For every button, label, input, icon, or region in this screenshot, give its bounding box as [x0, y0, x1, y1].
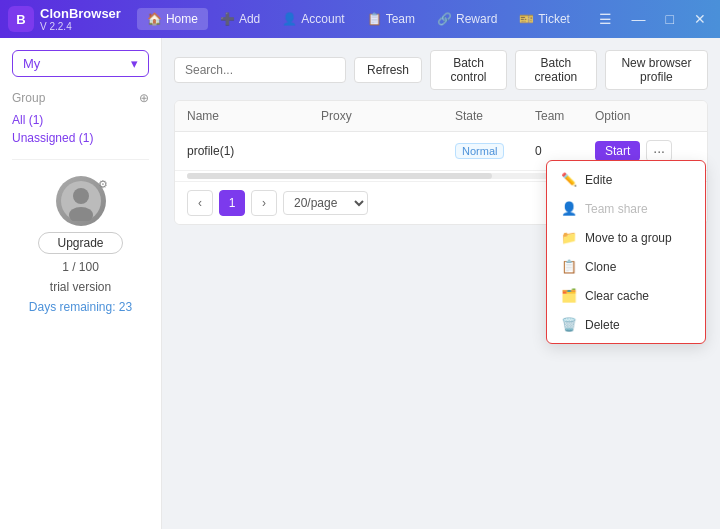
nav-reward[interactable]: 🔗 Reward [427, 8, 507, 30]
menu-label-clear-cache: Clear cache [585, 289, 649, 303]
app-logo: B [8, 6, 34, 32]
page-1-button[interactable]: 1 [219, 190, 245, 216]
menu-item-move-group[interactable]: 📁 Move to a group [547, 223, 705, 252]
minimize-button[interactable]: — [626, 9, 652, 29]
upgrade-button[interactable]: Upgrade [38, 232, 122, 254]
avatar-image [61, 181, 101, 221]
chevron-down-icon: ▾ [131, 56, 138, 71]
sidebar-divider [12, 159, 149, 160]
batch-control-button[interactable]: Batch control [430, 50, 507, 90]
nav-ticket[interactable]: 🎫 Ticket [509, 8, 580, 30]
per-page-select[interactable]: 20/page 50/page 100/page [283, 191, 368, 215]
delete-icon: 🗑️ [561, 317, 577, 332]
menu-label-clone: Clone [585, 260, 616, 274]
nav-home[interactable]: 🏠 Home [137, 8, 208, 30]
maximize-button[interactable]: □ [660, 9, 680, 29]
col-state: State [455, 109, 535, 123]
days-value: 23 [119, 300, 132, 314]
more-button[interactable]: ··· [646, 140, 672, 162]
app-info: ClonBrowser V 2.2.4 [40, 6, 121, 32]
days-remaining: Days remaining: 23 [29, 300, 132, 314]
profile-dropdown-label: My [23, 56, 40, 71]
table-header: Name Proxy State Team Option [175, 101, 707, 132]
menu-label-move-group: Move to a group [585, 231, 672, 245]
group-unassigned[interactable]: Unassigned (1) [12, 129, 149, 147]
batch-creation-button[interactable]: Batch creation [515, 50, 597, 90]
cell-state: Normal [455, 144, 535, 158]
menu-item-edit[interactable]: ✏️ Edite [547, 165, 705, 194]
titlebar: B ClonBrowser V 2.2.4 🏠 Home ➕ Add 👤 Acc… [0, 0, 720, 38]
clone-icon: 📋 [561, 259, 577, 274]
menu-label-delete: Delete [585, 318, 620, 332]
context-menu: ✏️ Edite 👤 Team share 📁 Move to a group … [546, 160, 706, 344]
menu-item-clone[interactable]: 📋 Clone [547, 252, 705, 281]
settings-icon[interactable]: ⚙ [98, 178, 108, 191]
col-team: Team [535, 109, 595, 123]
new-profile-button[interactable]: New browser profile [605, 50, 708, 90]
cell-option: Start ··· [595, 140, 695, 162]
main-nav: 🏠 Home ➕ Add 👤 Account 📋 Team 🔗 Reward 🎫… [137, 8, 587, 30]
col-option: Option [595, 109, 695, 123]
team-share-icon: 👤 [561, 201, 577, 216]
main-layout: My ▾ Group ⊕ All (1) Unassigned (1) [0, 38, 720, 529]
cell-team: 0 [535, 144, 595, 158]
refresh-button[interactable]: Refresh [354, 57, 422, 83]
menu-item-delete[interactable]: 🗑️ Delete [547, 310, 705, 339]
scrollbar-thumb [187, 173, 492, 179]
nav-account[interactable]: 👤 Account [272, 8, 354, 30]
menu-label-edit: Edite [585, 173, 612, 187]
col-name: Name [187, 109, 321, 123]
group-label: Group [12, 91, 45, 105]
cell-name: profile(1) [187, 144, 321, 158]
profile-dropdown[interactable]: My ▾ [12, 50, 149, 77]
group-section: Group ⊕ [12, 91, 149, 105]
move-group-icon: 📁 [561, 230, 577, 245]
add-group-icon[interactable]: ⊕ [139, 91, 149, 105]
nav-team[interactable]: 📋 Team [357, 8, 425, 30]
menu-button[interactable]: ☰ [593, 9, 618, 29]
menu-item-team-share: 👤 Team share [547, 194, 705, 223]
prev-page-button[interactable]: ‹ [187, 190, 213, 216]
app-version: V 2.2.4 [40, 21, 121, 32]
group-all[interactable]: All (1) [12, 111, 149, 129]
search-input[interactable] [174, 57, 346, 83]
col-proxy: Proxy [321, 109, 455, 123]
app-name: ClonBrowser [40, 6, 121, 21]
status-badge: Normal [455, 143, 504, 159]
content-area: Refresh Batch control Batch creation New… [162, 38, 720, 529]
window-controls: ☰ — □ ✕ [593, 9, 712, 29]
svg-point-1 [73, 188, 89, 204]
sidebar: My ▾ Group ⊕ All (1) Unassigned (1) [0, 38, 162, 529]
edit-icon: ✏️ [561, 172, 577, 187]
trial-label: trial version [50, 280, 111, 294]
next-page-button[interactable]: › [251, 190, 277, 216]
close-button[interactable]: ✕ [688, 9, 712, 29]
trial-count: 1 / 100 [62, 260, 99, 274]
nav-add[interactable]: ➕ Add [210, 8, 270, 30]
menu-item-clear-cache[interactable]: 🗂️ Clear cache [547, 281, 705, 310]
clear-cache-icon: 🗂️ [561, 288, 577, 303]
toolbar: Refresh Batch control Batch creation New… [174, 50, 708, 90]
user-section: ⚙ Upgrade 1 / 100 trial version Days rem… [12, 176, 149, 314]
menu-label-team-share: Team share [585, 202, 648, 216]
start-button[interactable]: Start [595, 141, 640, 161]
